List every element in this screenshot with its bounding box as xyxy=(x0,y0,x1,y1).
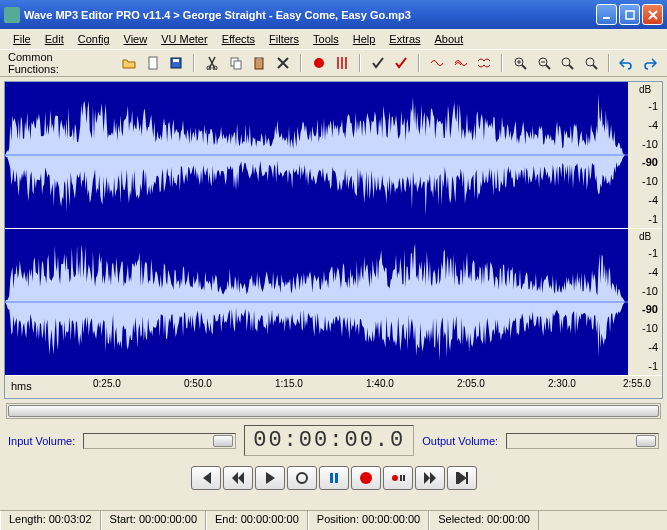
rewind-button[interactable] xyxy=(223,466,253,490)
delete-icon[interactable] xyxy=(274,54,292,72)
ruler-tick: 2:30.0 xyxy=(548,378,576,389)
ruler-tick: 1:40.0 xyxy=(366,378,394,389)
status-selected: Selected: 00:00:00 xyxy=(429,511,539,530)
svg-rect-8 xyxy=(234,61,241,69)
minimize-button[interactable] xyxy=(596,4,617,25)
svg-point-21 xyxy=(392,475,398,481)
waveform-right xyxy=(5,229,662,375)
titlebar[interactable]: Wave MP3 Editor PRO v11.4 > George Strai… xyxy=(0,0,667,29)
status-end: End: 00:00:00:00 xyxy=(206,511,308,530)
svg-rect-4 xyxy=(173,59,179,62)
slider-thumb[interactable] xyxy=(213,435,233,447)
output-volume-label: Output Volume: xyxy=(422,435,498,447)
time-ruler: hms 0:25.00:50.01:15.01:40.02:05.02:30.0… xyxy=(5,376,662,398)
input-volume-slider[interactable] xyxy=(83,433,236,449)
forward-button[interactable] xyxy=(415,466,445,490)
new-icon[interactable] xyxy=(144,54,162,72)
slider-thumb[interactable] xyxy=(636,435,656,447)
undo-icon[interactable] xyxy=(618,54,636,72)
menu-filters[interactable]: Filters xyxy=(262,31,306,47)
time-display: 00:00:00.0 xyxy=(244,425,414,456)
db-scale-right: dB -1 -4 -10 -90 -10 -4 -1 xyxy=(628,229,662,375)
scroll-thumb[interactable] xyxy=(8,405,659,417)
svg-rect-23 xyxy=(403,475,405,481)
waveform-left xyxy=(5,82,662,228)
status-position: Position: 00:00:00:00 xyxy=(308,511,429,530)
app-icon xyxy=(4,7,20,23)
save-icon[interactable] xyxy=(168,54,186,72)
output-volume-slider[interactable] xyxy=(506,433,659,449)
wave-channel-left[interactable]: dB -1 -4 -10 -90 -10 -4 -1 xyxy=(5,82,662,229)
ruler-tick: 1:15.0 xyxy=(275,378,303,389)
menu-help[interactable]: Help xyxy=(346,31,383,47)
svg-point-18 xyxy=(297,473,307,483)
record-button-icon[interactable] xyxy=(310,54,328,72)
record-button[interactable] xyxy=(351,466,381,490)
fade1-icon[interactable] xyxy=(428,54,446,72)
play-button[interactable] xyxy=(255,466,285,490)
markers-icon[interactable] xyxy=(333,54,351,72)
zoom-fit-icon[interactable] xyxy=(582,54,600,72)
ruler-tick: 2:55.0 xyxy=(623,378,651,389)
transport-controls xyxy=(0,460,667,496)
svg-point-14 xyxy=(562,58,570,66)
menu-about[interactable]: About xyxy=(428,31,471,47)
menu-extras[interactable]: Extras xyxy=(382,31,427,47)
svg-rect-10 xyxy=(257,57,261,60)
input-volume-label: Input Volume: xyxy=(8,435,75,447)
status-start: Start: 00:00:00:00 xyxy=(101,511,206,530)
svg-rect-22 xyxy=(400,475,402,481)
svg-rect-20 xyxy=(335,473,338,483)
ruler-tick: 2:05.0 xyxy=(457,378,485,389)
toolbar: Common Functions: xyxy=(0,49,667,77)
copy-icon[interactable] xyxy=(227,54,245,72)
waveform-area[interactable]: dB -1 -4 -10 -90 -10 -4 -1 dB -1 -4 -10 … xyxy=(4,81,663,399)
ruler-tick: 0:25.0 xyxy=(93,378,121,389)
fade3-icon[interactable] xyxy=(476,54,494,72)
menu-effects[interactable]: Effects xyxy=(215,31,262,47)
zoom-sel-icon[interactable] xyxy=(558,54,576,72)
pause-button[interactable] xyxy=(319,466,349,490)
fade2-icon[interactable] xyxy=(452,54,470,72)
record-icon xyxy=(360,472,372,484)
toolbar-label: Common Functions: xyxy=(8,51,104,75)
db-scale-left: dB -1 -4 -10 -90 -10 -4 -1 xyxy=(628,82,662,228)
menu-vumeter[interactable]: VU Meter xyxy=(154,31,214,47)
maximize-button[interactable] xyxy=(619,4,640,25)
menu-config[interactable]: Config xyxy=(71,31,117,47)
skip-end-button[interactable] xyxy=(447,466,477,490)
menu-edit[interactable]: Edit xyxy=(38,31,71,47)
svg-rect-19 xyxy=(330,473,333,483)
status-length: Length: 00:03:02 xyxy=(0,511,101,530)
svg-rect-0 xyxy=(603,17,610,19)
stop-button[interactable] xyxy=(287,466,317,490)
wave-channel-right[interactable]: dB -1 -4 -10 -90 -10 -4 -1 xyxy=(5,229,662,376)
skip-start-button[interactable] xyxy=(191,466,221,490)
menu-tools[interactable]: Tools xyxy=(306,31,346,47)
zoom-in-icon[interactable] xyxy=(511,54,529,72)
zoom-out-icon[interactable] xyxy=(535,54,553,72)
window-title: Wave MP3 Editor PRO v11.4 > George Strai… xyxy=(24,9,596,21)
menu-file[interactable]: File xyxy=(6,31,38,47)
close-button[interactable] xyxy=(642,4,663,25)
open-icon[interactable] xyxy=(120,54,138,72)
svg-rect-1 xyxy=(626,11,634,19)
menubar: File Edit Config View VU Meter Effects F… xyxy=(0,29,667,49)
redo-icon[interactable] xyxy=(641,54,659,72)
cut-icon[interactable] xyxy=(203,54,221,72)
record-pause-button[interactable] xyxy=(383,466,413,490)
svg-point-15 xyxy=(586,58,594,66)
menu-view[interactable]: View xyxy=(117,31,155,47)
svg-rect-2 xyxy=(149,57,157,69)
statusbar: Length: 00:03:02 Start: 00:00:00:00 End:… xyxy=(0,510,667,530)
svg-point-11 xyxy=(314,58,324,68)
horizontal-scrollbar[interactable] xyxy=(6,403,661,419)
paste-icon[interactable] xyxy=(251,54,269,72)
check-icon[interactable] xyxy=(369,54,387,72)
ruler-tick: 0:50.0 xyxy=(184,378,212,389)
uncheck-icon[interactable] xyxy=(393,54,411,72)
